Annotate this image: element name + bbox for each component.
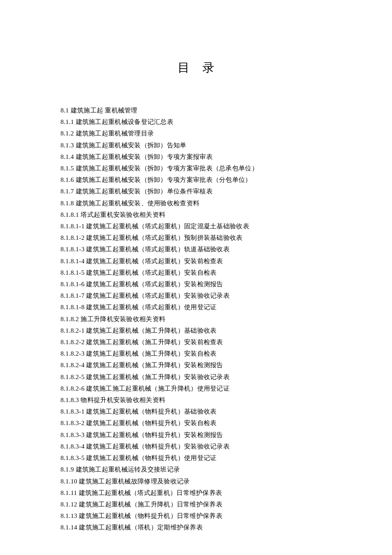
toc-entry: 8.1.8.2 施工升降机安装验收相关资料 xyxy=(61,313,349,325)
toc-entry: 8.1.6 建筑施工起重机械安装（拆卸）专项方案审批表（分包单位） xyxy=(61,174,349,186)
toc-entry: 8.1.3 建筑施工起重机械安装（拆卸）告知单 xyxy=(61,140,349,151)
toc-entry: 8.1.2 建筑施工起重机械管理目录 xyxy=(61,128,349,139)
toc-entry: 8.1.11 建筑施工起重机械（塔式起重机）日常维护保养表 xyxy=(61,487,349,499)
toc-entry: 8.1.8.2-1 建筑施工起重机械（施工升降机）基础验收表 xyxy=(61,325,349,336)
toc-entry: 8.1.8.1-6 建筑施工起重机械（塔式起重机）安装检测报告 xyxy=(61,279,349,290)
toc-entry: 8.1.5 建筑施工起重机械安装（拆卸）专项方案审批表（总承包单位） xyxy=(61,163,349,174)
toc-entry: 8.1.8.2-4 建筑施工起重机械（施工升降机）安装检测报告 xyxy=(61,359,349,371)
toc-entry: 8.1.8.3-5 建筑施工起重机械（物料提升机）使用登记证 xyxy=(61,452,349,464)
toc-entry: 8.1.8.1-8 建筑施工起重机械（塔式起重机）使用登记证 xyxy=(61,302,349,313)
toc-entry: 8.1.8.2-5 建筑施工起重机械（施工升降机）安装验收记录表 xyxy=(61,371,349,383)
toc-entry: 8.1.8.1-2 建筑施工起重机械（塔式起重机）预制拼装基础验收表 xyxy=(61,232,349,244)
toc-entry: 8.1.8.2-2 建筑施工起重机械（施工升降机）安装前检查表 xyxy=(61,336,349,348)
toc-entry: 8.1.8.3-1 建筑施工起重机械（物料提升机）基础验收表 xyxy=(61,406,349,417)
toc-entry: 8.1.8.1-5 建筑施工起重机械（塔式起重机）安装自检表 xyxy=(61,267,349,279)
toc-content: 8.1 建筑施工起 重机械管理 8.1.1 建筑施工起重机械设备登记汇总表 8.… xyxy=(0,105,392,534)
toc-entry: 8.1.8.1-7 建筑施工起重机械（塔式起重机）安装验收记录表 xyxy=(61,290,349,302)
document-title: 目录 xyxy=(0,60,392,76)
toc-entry: 8.1.8.3 物料提升机安装验收相关资料 xyxy=(61,394,349,406)
toc-entry: 8.1.1 建筑施工起重机械设备登记汇总表 xyxy=(61,116,349,128)
toc-entry: 8.1.8.3-2 建筑施工起重机械（物料提升机）安装自检表 xyxy=(61,417,349,429)
toc-entry: 8.1 建筑施工起 重机械管理 xyxy=(61,105,349,116)
toc-entry: 8.1.8.2-6 建筑施工施工起重机械（施工升降机）使用登记证 xyxy=(61,383,349,394)
toc-entry: 8.1.8.1-3 建筑施工起重机械（塔式起重机）轨道基础验收表 xyxy=(61,244,349,255)
toc-entry: 8.1.4 建筑施工起重机械安装（拆卸）专项方案报审表 xyxy=(61,151,349,163)
toc-entry: 8.1.13 建筑施工起重机械（物料提升机）日常维护保养表 xyxy=(61,510,349,522)
toc-entry: 8.1.8 建筑施工起重机械安装、使用验收检查资料 xyxy=(61,198,349,209)
toc-entry: 8.1.8.1 塔式起重机安装验收相关资料 xyxy=(61,209,349,221)
toc-entry: 8.1.8.3-3 建筑施工起重机械（物料提升机）安装检测报告 xyxy=(61,429,349,441)
toc-entry: 8.1.8.1-1 建筑施工起重机械（塔式起重机）固定混凝土基础验收表 xyxy=(61,221,349,232)
toc-entry: 8.1.8.1-4 建筑施工起重机械（塔式起重机）安装前检查表 xyxy=(61,256,349,267)
toc-entry: 8.1.8.3-4 建筑施工起重机械（物料提升机）安装验收记录表 xyxy=(61,441,349,452)
toc-entry: 8.1.14 建筑施工起重机械（塔机）定期维护保养表 xyxy=(61,522,349,533)
toc-entry: 8.1.12 建筑施工起重机械（施工升降机）日常维护保养表 xyxy=(61,499,349,510)
toc-entry: 8.1.9 建筑施工起重机械运转及交接班记录 xyxy=(61,464,349,475)
toc-entry: 8.1.8.2-3 建筑施工起重机械（施工升降机）安装自检表 xyxy=(61,348,349,359)
toc-entry: 8.1.7 建筑施工起重机械安装（拆卸）单位条件审核表 xyxy=(61,186,349,197)
toc-entry: 8.1.10 建筑施工起重机械故障修理及验收记录 xyxy=(61,476,349,487)
